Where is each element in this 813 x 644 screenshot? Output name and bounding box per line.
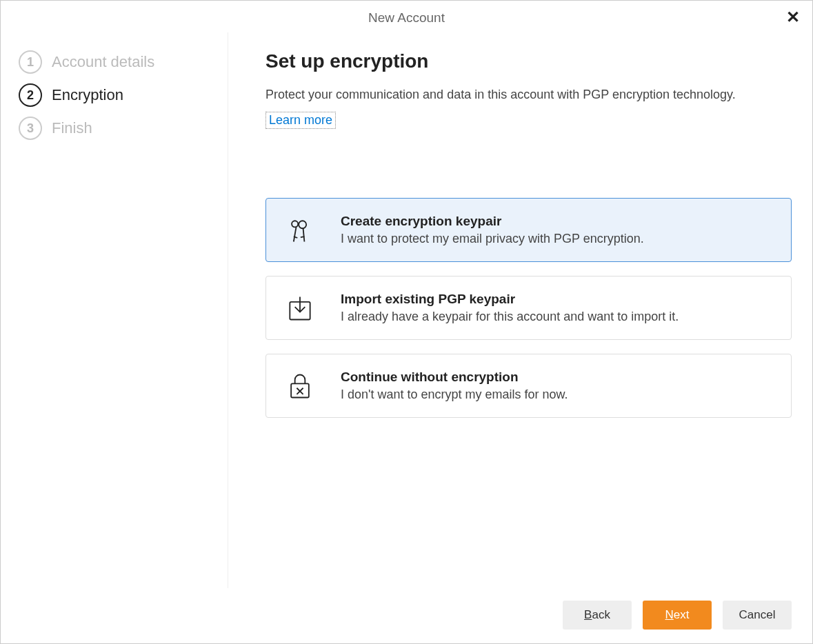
option-title: Import existing PGP keypair — [341, 292, 773, 307]
step-account-details[interactable]: 1 Account details — [19, 50, 214, 74]
svg-point-0 — [292, 221, 298, 227]
step-number: 3 — [19, 117, 42, 140]
step-label: Encryption — [52, 86, 123, 104]
option-description: I want to protect my email privacy with … — [341, 232, 773, 246]
step-label: Account details — [52, 53, 154, 71]
option-text: Import existing PGP keypair I already ha… — [341, 292, 773, 324]
close-button[interactable]: ✕ — [786, 9, 800, 26]
learn-more-link[interactable]: Learn more — [265, 112, 336, 129]
option-title: Create encryption keypair — [341, 214, 773, 229]
step-label: Finish — [52, 119, 92, 137]
back-button[interactable]: Back — [563, 601, 632, 630]
svg-line-2 — [294, 227, 297, 241]
wizard-steps-sidebar: 1 Account details 2 Encryption 3 Finish — [1, 32, 228, 588]
step-encryption[interactable]: 2 Encryption — [19, 83, 214, 107]
dialog-header: New Account ✕ — [1, 1, 812, 32]
page-title: Set up encryption — [265, 50, 792, 72]
option-text: Continue without encryption I don't want… — [341, 370, 773, 402]
step-number: 2 — [19, 83, 42, 107]
next-button[interactable]: Next — [643, 601, 712, 630]
step-number: 1 — [19, 50, 42, 74]
svg-point-1 — [299, 221, 306, 228]
dialog-title: New Account — [368, 10, 445, 25]
option-title: Continue without encryption — [341, 370, 773, 385]
import-icon — [284, 292, 316, 324]
svg-line-4 — [303, 228, 305, 241]
option-description: I don't want to encrypt my emails for no… — [341, 388, 773, 402]
lock-x-icon — [284, 370, 316, 402]
main-content: Set up encryption Protect your communica… — [228, 32, 812, 588]
step-finish[interactable]: 3 Finish — [19, 117, 214, 140]
encryption-options: Create encryption keypair I want to prot… — [265, 198, 792, 418]
cancel-button[interactable]: Cancel — [723, 601, 792, 630]
keys-icon — [284, 214, 316, 246]
dialog-body: 1 Account details 2 Encryption 3 Finish … — [1, 32, 812, 588]
new-account-dialog: New Account ✕ 1 Account details 2 Encryp… — [0, 0, 813, 644]
svg-line-5 — [301, 237, 305, 237]
option-import-keypair[interactable]: Import existing PGP keypair I already ha… — [265, 276, 792, 340]
option-no-encryption[interactable]: Continue without encryption I don't want… — [265, 354, 792, 418]
option-create-keypair[interactable]: Create encryption keypair I want to prot… — [265, 198, 792, 262]
page-description: Protect your communication and data in t… — [265, 88, 792, 102]
close-icon: ✕ — [786, 8, 800, 26]
option-text: Create encryption keypair I want to prot… — [341, 214, 773, 246]
dialog-footer: Back Next Cancel — [1, 588, 812, 643]
option-description: I already have a keypair for this accoun… — [341, 310, 773, 324]
